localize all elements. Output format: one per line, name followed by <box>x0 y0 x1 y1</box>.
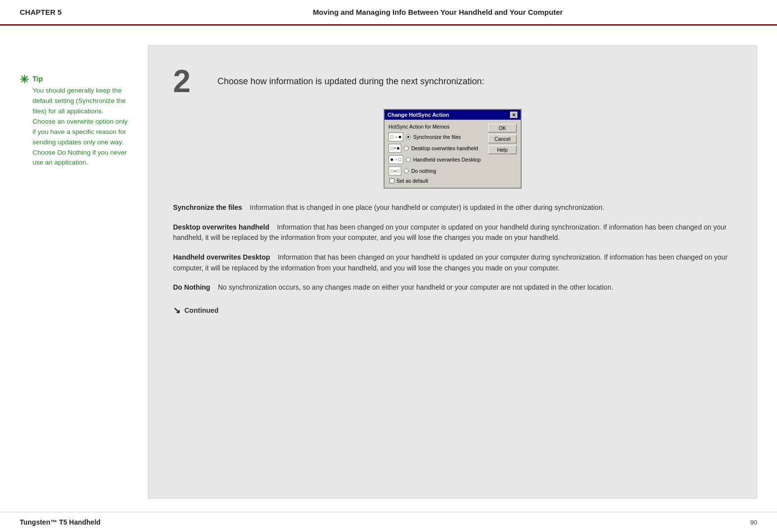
tip-text: You should generally keep the default se… <box>33 86 128 168</box>
dialog-option-4[interactable]: □ = □ Do nothing <box>388 166 485 175</box>
dialog-titlebar: Change HotSync Action ✕ <box>385 110 521 120</box>
desc-block-3: Handheld overwrites Desktop Information … <box>173 252 732 273</box>
do-nothing-icon: □ = □ <box>388 166 401 175</box>
tip-container: ✳ Tip You should generally keep the defa… <box>20 75 128 168</box>
dialog-area: Change HotSync Action ✕ HotSync Action f… <box>173 109 732 189</box>
dialog-section-label: HotSync Action for Memos <box>388 124 485 130</box>
dialog-title: Change HotSync Action <box>388 112 449 118</box>
radio-do-nothing[interactable] <box>404 168 409 173</box>
tip-asterisk-icon: ✳ <box>20 73 29 86</box>
continued-label: Continued <box>184 306 218 314</box>
desc-term-2: Desktop overwrites handheld <box>173 223 269 231</box>
main-content: 2 Choose how information is updated duri… <box>148 45 757 499</box>
page-header: CHAPTER 5 Moving and Managing Info Betwe… <box>0 0 777 26</box>
footer-page-number: 90 <box>750 519 757 526</box>
cancel-button[interactable]: Cancel <box>488 134 517 143</box>
tip-label: Tip <box>33 75 128 83</box>
desc-term-1: Synchronize the files <box>173 203 242 211</box>
desc-block-2: Desktop overwrites handheld Information … <box>173 222 732 243</box>
dialog-body: HotSync Action for Memos □ → ■ Synchroni… <box>385 120 521 188</box>
desc-text-1: Information that is changed in one place… <box>244 203 604 211</box>
dialog-option-2[interactable]: □ + ■ Desktop overwrites handheld <box>388 144 485 153</box>
step-number: 2 <box>173 66 203 97</box>
dialog-close-button[interactable]: ✕ <box>510 111 518 118</box>
dialog-box: Change HotSync Action ✕ HotSync Action f… <box>384 109 522 189</box>
option-1-label: Synchronize the files <box>413 134 461 140</box>
desc-text-4: No synchronization occurs, so any change… <box>212 283 613 291</box>
step-row: 2 Choose how information is updated duri… <box>173 70 732 97</box>
radio-sync[interactable] <box>406 134 411 139</box>
option-2-label: Desktop overwrites handheld <box>411 145 478 151</box>
continued-arrow-icon: ↘ <box>173 305 180 316</box>
sync-icon: □ → ■ <box>388 133 403 141</box>
desc-term-4: Do Nothing <box>173 283 210 291</box>
handheld-overwrite-icon: ■ → □ <box>388 155 403 164</box>
dialog-left: HotSync Action for Memos □ → ■ Synchroni… <box>388 124 485 184</box>
help-button[interactable]: Help <box>488 145 517 154</box>
option-3-label: Handheld overwrites Desktop <box>413 157 481 163</box>
dialog-option-1[interactable]: □ → ■ Synchronize the files <box>388 133 485 141</box>
set-as-default-row[interactable]: Set as default <box>389 178 485 184</box>
chapter-label: CHAPTER 5 <box>20 8 118 16</box>
page-body: ✳ Tip You should generally keep the defa… <box>0 26 777 499</box>
header-title: Moving and Managing Info Between Your Ha… <box>118 8 757 16</box>
set-as-default-label: Set as default <box>396 178 428 184</box>
dialog-option-3[interactable]: ■ → □ Handheld overwrites Desktop <box>388 155 485 164</box>
desc-block-1: Synchronize the files Information that i… <box>173 202 732 213</box>
continued-row: ↘ Continued <box>173 305 732 316</box>
desc-term-3: Handheld overwrites Desktop <box>173 253 270 261</box>
footer-brand: Tungsten™ T5 Handheld <box>20 518 101 526</box>
tip-content: Tip You should generally keep the defaul… <box>33 75 128 168</box>
ok-button[interactable]: OK <box>488 124 517 133</box>
descriptions: Synchronize the files Information that i… <box>173 202 732 293</box>
page-footer: Tungsten™ T5 Handheld 90 <box>0 512 777 532</box>
set-as-default-checkbox[interactable] <box>389 178 394 183</box>
step-heading: Choose how information is updated during… <box>217 70 484 88</box>
option-4-label: Do nothing <box>411 168 436 174</box>
sidebar: ✳ Tip You should generally keep the defa… <box>20 45 138 499</box>
desc-block-4: Do Nothing No synchronization occurs, so… <box>173 282 732 293</box>
radio-handheld-overwrite[interactable] <box>406 157 411 162</box>
dialog-buttons: OK Cancel Help <box>488 124 517 184</box>
radio-desktop-overwrite[interactable] <box>404 146 409 151</box>
desktop-overwrite-icon: □ + ■ <box>388 144 401 153</box>
